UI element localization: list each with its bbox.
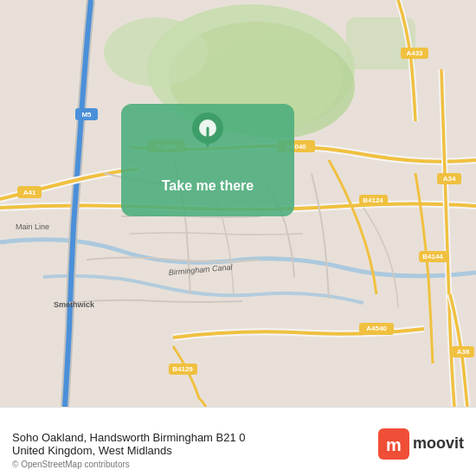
moovit-logo: m moovit [378, 428, 464, 460]
svg-point-4 [104, 17, 208, 87]
svg-text:M5: M5 [81, 111, 92, 119]
svg-text:A38: A38 [457, 348, 470, 356]
address-line1: Soho Oakland, Handsworth Birmingham B21 … [12, 431, 378, 444]
svg-text:Smethwick: Smethwick [54, 300, 95, 309]
take-me-there-text: Take me there [162, 178, 254, 193]
svg-text:A41: A41 [23, 189, 36, 196]
svg-text:A34: A34 [443, 175, 456, 183]
address-line2: United Kingdom, West Midlands [12, 444, 378, 457]
svg-text:m: m [386, 435, 402, 454]
map-container: A4040 A4040 M5 A41 A433 A34 B4124 B [0, 0, 476, 407]
svg-text:B4124: B4124 [363, 196, 383, 204]
svg-text:A433: A433 [406, 49, 423, 57]
address-block: Soho Oakland, Handsworth Birmingham B21 … [12, 431, 378, 457]
copyright-text: © OpenStreetMap contributors [12, 460, 130, 469]
svg-text:Main Line: Main Line [16, 222, 49, 231]
svg-text:B4144: B4144 [422, 253, 443, 261]
svg-text:A4540: A4540 [366, 325, 387, 332]
moovit-icon: m [378, 428, 409, 460]
moovit-text: moovit [413, 434, 464, 453]
bottom-bar: Soho Oakland, Handsworth Birmingham B21 … [0, 407, 476, 476]
svg-text:B4129: B4129 [172, 365, 193, 373]
